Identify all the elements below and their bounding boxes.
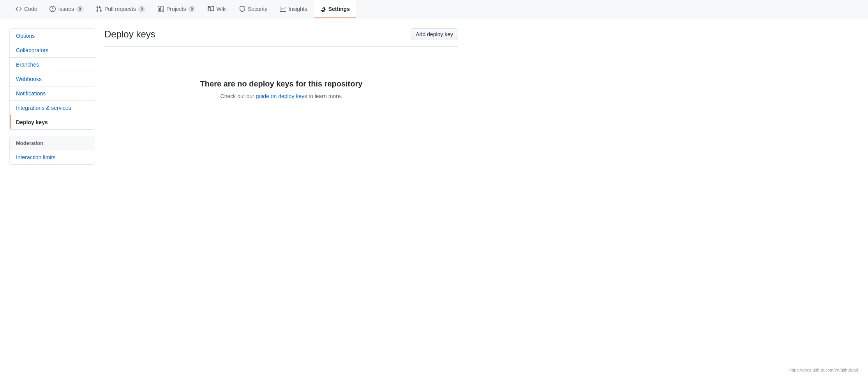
wiki-icon	[208, 6, 214, 12]
guide-link[interactable]: guide on deploy keys	[256, 93, 307, 99]
tab-projects[interactable]: Projects 0	[152, 0, 202, 19]
empty-state: There are no deploy keys for this reposi…	[104, 56, 458, 123]
sidebar-item-branches[interactable]: Branches	[10, 58, 95, 72]
tab-projects-label: Projects	[166, 6, 186, 12]
shield-icon	[239, 6, 245, 12]
content-header: Deploy keys Add deploy key	[104, 28, 458, 47]
sidebar-item-options[interactable]: Options	[10, 29, 95, 43]
tab-code[interactable]: Code	[9, 0, 43, 18]
sidebar-main-group: Options Collaborators Branches Webhooks …	[9, 28, 95, 130]
sidebar-item-interaction-limits[interactable]: Interaction limits	[10, 150, 95, 164]
sidebar: Options Collaborators Branches Webhooks …	[9, 28, 95, 171]
projects-icon	[158, 6, 164, 12]
tab-wiki-label: Wiki	[216, 6, 226, 12]
empty-state-suffix: to learn more.	[307, 93, 342, 99]
pull-requests-badge: 0	[138, 5, 145, 12]
tab-settings-label: Settings	[328, 6, 350, 12]
tab-wiki[interactable]: Wiki	[201, 0, 233, 18]
top-nav: Code Issues 0 Pull requests 0 Projects 0	[0, 0, 868, 19]
empty-state-description: Check out our guide on deploy keys to le…	[112, 93, 450, 99]
tab-pull-requests-label: Pull requests	[104, 6, 136, 12]
tab-issues-label: Issues	[58, 6, 74, 12]
tab-security-label: Security	[248, 6, 268, 12]
empty-state-title: There are no deploy keys for this reposi…	[112, 79, 450, 88]
sidebar-moderation-group: Moderation Interaction limits	[9, 136, 95, 165]
issue-icon	[49, 6, 56, 12]
issues-badge: 0	[76, 5, 83, 12]
tab-pull-requests[interactable]: Pull requests 0	[90, 0, 152, 19]
tab-insights[interactable]: Insights	[273, 0, 313, 18]
tab-code-label: Code	[24, 6, 37, 12]
tab-security[interactable]: Security	[233, 0, 274, 18]
main-content: Options Collaborators Branches Webhooks …	[0, 19, 468, 180]
gear-icon	[320, 6, 326, 12]
projects-badge: 0	[188, 5, 195, 12]
sidebar-item-notifications[interactable]: Notifications	[10, 86, 95, 101]
tab-settings[interactable]: Settings	[314, 0, 356, 18]
code-icon	[16, 6, 22, 12]
graph-icon	[280, 6, 286, 12]
content-area: Deploy keys Add deploy key There are no …	[104, 28, 458, 171]
add-deploy-key-button[interactable]: Add deploy key	[411, 28, 458, 40]
page-title: Deploy keys	[104, 29, 155, 40]
sidebar-item-collaborators[interactable]: Collaborators	[10, 43, 95, 58]
sidebar-item-webhooks[interactable]: Webhooks	[10, 72, 95, 86]
sidebar-moderation-header: Moderation	[10, 136, 95, 150]
sidebar-item-integrations[interactable]: Integrations & services	[10, 101, 95, 115]
empty-state-prefix: Check out our	[221, 93, 256, 99]
tab-insights-label: Insights	[288, 6, 307, 12]
pull-request-icon	[96, 6, 102, 12]
sidebar-item-deploy-keys[interactable]: Deploy keys	[10, 115, 95, 129]
tab-issues[interactable]: Issues 0	[43, 0, 89, 19]
